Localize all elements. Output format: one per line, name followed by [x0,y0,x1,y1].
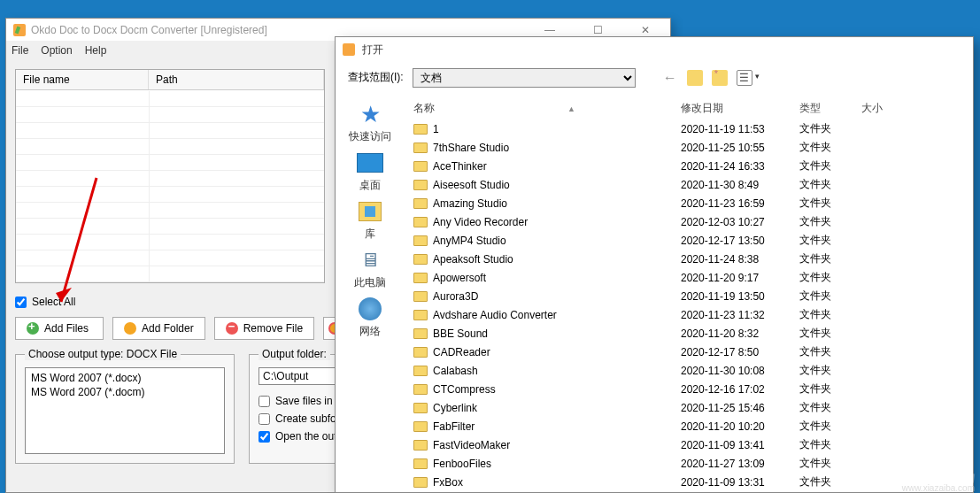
place-quick[interactable]: ★快速访问 [349,101,391,144]
file-name: Amazing Studio [433,197,507,210]
file-type: 文件夹 [799,289,861,304]
file-type: 文件夹 [799,363,861,378]
file-name: Calabash [433,365,478,377]
file-name: AnyMP4 Studio [433,235,506,247]
place-desktop[interactable]: 桌面 [355,150,385,193]
folder-icon [413,403,428,413]
file-name: Aiseesoft Studio [433,179,510,191]
file-name: CADReader [433,346,490,358]
file-row[interactable]: FenbooFiles2020-11-27 13:09文件夹 [408,454,964,473]
add-files-label: Add Files [44,322,89,335]
file-type: 文件夹 [799,214,861,229]
col-type[interactable]: 类型 [799,101,861,116]
file-date: 2020-12-17 8:50 [681,346,799,358]
opt-subfolder-checkbox[interactable] [259,413,270,425]
grid-body [16,91,324,282]
file-type: 文件夹 [799,474,861,489]
close-button[interactable]: ✕ [628,24,663,36]
menu-file[interactable]: File [12,44,28,57]
output-type-list[interactable]: MS Word 2007 (*.docx) MS Word 2007 (*.do… [25,367,225,454]
pc-icon: 🖥 [355,247,385,273]
folder-icon [413,440,428,451]
file-date: 2020-11-24 16:33 [681,160,799,173]
col-filename[interactable]: File name [16,70,149,89]
menu-option[interactable]: Option [41,44,72,57]
file-row[interactable]: AnyMP4 Studio2020-12-17 13:50文件夹 [408,231,964,250]
file-row[interactable]: Amazing Studio2020-11-23 16:59文件夹 [408,194,964,212]
file-grid-header: File name Path [16,70,324,90]
folder-icon [413,477,428,488]
file-type: 文件夹 [799,177,861,192]
file-grid[interactable]: File name Path [15,69,325,283]
place-network[interactable]: 网络 [355,296,385,339]
folder-icon [413,235,428,246]
select-all-checkbox[interactable] [15,297,27,308]
file-row[interactable]: Calabash2020-11-30 10:08文件夹 [408,361,964,380]
col-path[interactable]: Path [149,70,324,89]
file-row[interactable]: 7thShare Studio2020-11-25 10:55文件夹 [408,138,964,157]
file-row[interactable]: Any Video Recorder2020-12-03 10:27文件夹 [408,212,964,231]
folder-icon [413,143,428,153]
file-row[interactable]: Aurora3D2020-11-19 13:50文件夹 [408,287,964,305]
type-option-docm[interactable]: MS Word 2007 (*.docm) [31,385,219,399]
dialog-toolbar: 查找范围(I): 文档 ← ☰ [336,62,973,94]
file-row[interactable]: CTCompress2020-12-16 17:02文件夹 [408,380,964,398]
view-mode-icon[interactable]: ☰ [737,70,752,86]
file-name: Apowersoft [433,272,486,284]
file-row[interactable]: Avdshare Audio Converter2020-11-23 11:32… [408,305,964,324]
file-type: 文件夹 [799,381,861,397]
file-row[interactable]: FastVideoMaker2020-11-09 13:41文件夹 [408,435,964,454]
add-files-button[interactable]: Add Files [15,317,104,340]
opt-save-checkbox[interactable] [259,396,270,407]
file-name: FabFilter [433,420,475,433]
place-library[interactable]: 库 [355,198,385,242]
file-type: 文件夹 [799,196,861,211]
file-name: Avdshare Audio Converter [433,309,557,321]
file-row[interactable]: AceThinker2020-11-24 16:33文件夹 [408,157,964,175]
plus-icon [27,322,39,335]
file-name: Cyberlink [433,402,477,414]
minimize-button[interactable]: — [532,24,567,36]
opt-open-checkbox[interactable] [259,431,270,443]
file-name: Any Video Recorder [433,216,528,228]
file-row[interactable]: FabFilter2020-11-20 10:20文件夹 [408,417,964,435]
scope-select[interactable]: 文档 [413,68,636,88]
file-date: 2020-11-19 11:53 [681,123,799,135]
file-row[interactable]: Aiseesoft Studio2020-11-30 8:49文件夹 [408,175,964,194]
file-row[interactable]: FxBox2020-11-09 13:31文件夹 [408,473,964,491]
file-type: 文件夹 [799,158,861,173]
col-size[interactable]: 大小 [861,101,964,116]
file-row[interactable]: Apowersoft2020-11-20 9:17文件夹 [408,268,964,287]
folder-icon [413,161,428,172]
folder-icon [124,322,136,335]
file-row[interactable]: CADReader2020-12-17 8:50文件夹 [408,343,964,361]
folder-icon [413,198,428,209]
place-pc[interactable]: 🖥此电脑 [354,247,386,290]
file-row[interactable]: Apeaksoft Studio2020-11-24 8:38文件夹 [408,250,964,268]
type-option-docx[interactable]: MS Word 2007 (*.docx) [31,371,219,385]
file-type: 文件夹 [799,251,861,266]
file-name: 1 [433,123,439,135]
back-icon[interactable]: ← [662,70,678,86]
add-folder-button[interactable]: Add Folder [112,317,205,340]
remove-file-button[interactable]: Remove File [214,317,314,340]
folder-icon [413,458,428,469]
col-name[interactable]: 名称▲ [408,101,681,116]
remove-file-label: Remove File [243,322,303,335]
file-row[interactable]: Cyberlink2020-11-25 15:46文件夹 [408,398,964,417]
file-date: 2020-12-17 13:50 [681,235,799,247]
file-row[interactable]: 12020-11-19 11:53文件夹 [408,119,964,138]
output-type-panel: Choose output type: DOCX File MS Word 20… [15,354,235,464]
folder-icon [413,347,428,358]
maximize-button[interactable]: ☐ [580,24,615,36]
col-date[interactable]: 修改日期 [681,101,799,116]
open-dialog: 打开 查找范围(I): 文档 ← ☰ ★快速访问 桌面 库 🖥此电脑 网络 名称… [335,36,974,493]
file-row[interactable]: BBE Sound2020-11-20 8:32文件夹 [408,324,964,343]
menu-help[interactable]: Help [85,44,107,57]
new-folder-icon[interactable] [712,70,728,86]
up-folder-icon[interactable] [687,70,703,86]
file-name: Apeaksoft Studio [433,253,513,266]
file-name: FastVideoMaker [433,439,510,451]
file-list: 名称▲ 修改日期 类型 大小 12020-11-19 11:53文件夹7thSh… [405,94,973,492]
minus-icon [226,322,238,335]
